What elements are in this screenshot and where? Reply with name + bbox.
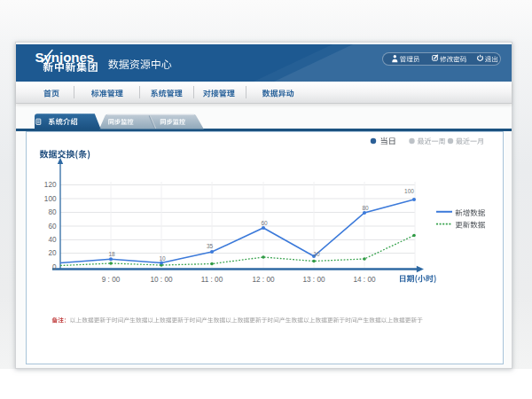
svg-text:9 : 00: 9 : 00 [102, 276, 121, 284]
svg-text:60: 60 [48, 223, 57, 231]
svg-text:35: 35 [207, 243, 214, 249]
svg-text:0: 0 [52, 263, 57, 271]
svg-text:12 : 00: 12 : 00 [252, 276, 274, 284]
svg-text:18: 18 [108, 251, 115, 257]
svg-text:80: 80 [48, 208, 57, 216]
svg-text:20: 20 [48, 249, 57, 257]
svg-text:100: 100 [44, 195, 57, 203]
svg-text:14 : 00: 14 : 00 [353, 276, 375, 284]
svg-text:10 : 00: 10 : 00 [150, 276, 172, 284]
svg-text:80: 80 [362, 205, 369, 211]
svg-text:40: 40 [48, 236, 57, 244]
svg-text:60: 60 [261, 220, 268, 226]
svg-text:10: 10 [313, 251, 320, 257]
svg-text:13 : 00: 13 : 00 [302, 276, 325, 284]
svg-text:100: 100 [404, 188, 414, 194]
svg-text:11 : 00: 11 : 00 [201, 276, 223, 284]
svg-text:120: 120 [44, 181, 57, 189]
svg-text:10: 10 [159, 255, 166, 262]
